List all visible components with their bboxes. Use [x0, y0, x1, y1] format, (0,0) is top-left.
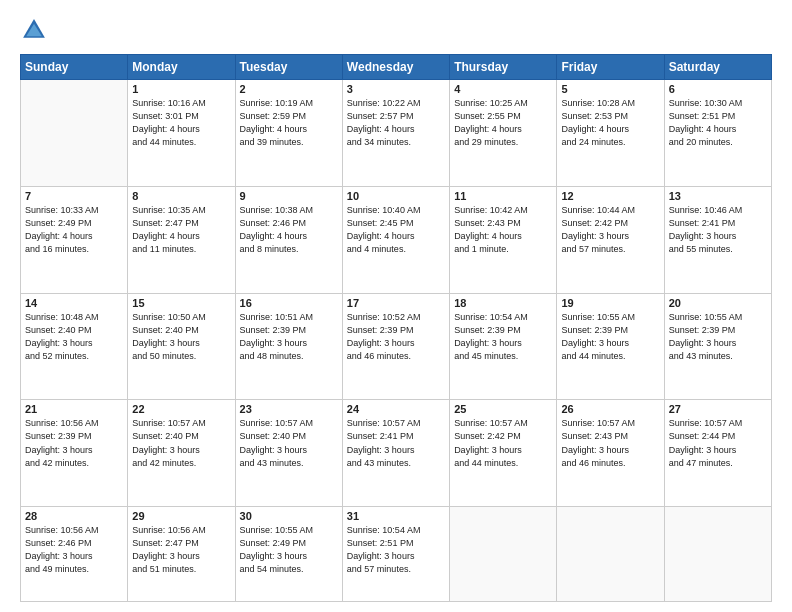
day-number: 10 — [347, 190, 445, 202]
day-number: 21 — [25, 403, 123, 415]
calendar-cell: 24Sunrise: 10:57 AM Sunset: 2:41 PM Dayl… — [342, 400, 449, 507]
day-number: 19 — [561, 297, 659, 309]
day-info: Sunrise: 10:57 AM Sunset: 2:44 PM Daylig… — [669, 417, 767, 469]
day-number: 22 — [132, 403, 230, 415]
calendar-cell: 12Sunrise: 10:44 AM Sunset: 2:42 PM Dayl… — [557, 186, 664, 293]
day-of-week-header: Tuesday — [235, 55, 342, 80]
calendar-cell — [21, 80, 128, 187]
day-number: 9 — [240, 190, 338, 202]
day-info: Sunrise: 10:42 AM Sunset: 2:43 PM Daylig… — [454, 204, 552, 256]
calendar-cell — [557, 507, 664, 602]
day-of-week-header: Thursday — [450, 55, 557, 80]
day-info: Sunrise: 10:55 AM Sunset: 2:49 PM Daylig… — [240, 524, 338, 576]
calendar-cell: 11Sunrise: 10:42 AM Sunset: 2:43 PM Dayl… — [450, 186, 557, 293]
day-number: 12 — [561, 190, 659, 202]
day-number: 7 — [25, 190, 123, 202]
day-info: Sunrise: 10:56 AM Sunset: 2:46 PM Daylig… — [25, 524, 123, 576]
day-info: Sunrise: 10:44 AM Sunset: 2:42 PM Daylig… — [561, 204, 659, 256]
day-number: 24 — [347, 403, 445, 415]
calendar-cell: 19Sunrise: 10:55 AM Sunset: 2:39 PM Dayl… — [557, 293, 664, 400]
calendar-cell: 2Sunrise: 10:19 AM Sunset: 2:59 PM Dayli… — [235, 80, 342, 187]
day-info: Sunrise: 10:25 AM Sunset: 2:55 PM Daylig… — [454, 97, 552, 149]
day-info: Sunrise: 10:55 AM Sunset: 2:39 PM Daylig… — [669, 311, 767, 363]
day-info: Sunrise: 10:28 AM Sunset: 2:53 PM Daylig… — [561, 97, 659, 149]
calendar-cell: 30Sunrise: 10:55 AM Sunset: 2:49 PM Dayl… — [235, 507, 342, 602]
calendar-cell: 10Sunrise: 10:40 AM Sunset: 2:45 PM Dayl… — [342, 186, 449, 293]
calendar-cell: 25Sunrise: 10:57 AM Sunset: 2:42 PM Dayl… — [450, 400, 557, 507]
calendar-cell: 29Sunrise: 10:56 AM Sunset: 2:47 PM Dayl… — [128, 507, 235, 602]
calendar-cell: 8Sunrise: 10:35 AM Sunset: 2:47 PM Dayli… — [128, 186, 235, 293]
day-info: Sunrise: 10:19 AM Sunset: 2:59 PM Daylig… — [240, 97, 338, 149]
calendar-cell: 22Sunrise: 10:57 AM Sunset: 2:40 PM Dayl… — [128, 400, 235, 507]
day-number: 29 — [132, 510, 230, 522]
day-info: Sunrise: 10:16 AM Sunset: 3:01 PM Daylig… — [132, 97, 230, 149]
calendar-week-row: 28Sunrise: 10:56 AM Sunset: 2:46 PM Dayl… — [21, 507, 772, 602]
day-of-week-header: Saturday — [664, 55, 771, 80]
day-number: 4 — [454, 83, 552, 95]
calendar-cell: 13Sunrise: 10:46 AM Sunset: 2:41 PM Dayl… — [664, 186, 771, 293]
calendar-cell: 5Sunrise: 10:28 AM Sunset: 2:53 PM Dayli… — [557, 80, 664, 187]
day-info: Sunrise: 10:57 AM Sunset: 2:40 PM Daylig… — [240, 417, 338, 469]
logo — [20, 16, 52, 44]
calendar-cell: 1Sunrise: 10:16 AM Sunset: 3:01 PM Dayli… — [128, 80, 235, 187]
calendar-cell: 9Sunrise: 10:38 AM Sunset: 2:46 PM Dayli… — [235, 186, 342, 293]
day-number: 13 — [669, 190, 767, 202]
calendar-cell: 4Sunrise: 10:25 AM Sunset: 2:55 PM Dayli… — [450, 80, 557, 187]
day-info: Sunrise: 10:50 AM Sunset: 2:40 PM Daylig… — [132, 311, 230, 363]
day-info: Sunrise: 10:52 AM Sunset: 2:39 PM Daylig… — [347, 311, 445, 363]
calendar-week-row: 14Sunrise: 10:48 AM Sunset: 2:40 PM Dayl… — [21, 293, 772, 400]
day-number: 1 — [132, 83, 230, 95]
day-of-week-header: Wednesday — [342, 55, 449, 80]
calendar-cell: 6Sunrise: 10:30 AM Sunset: 2:51 PM Dayli… — [664, 80, 771, 187]
day-info: Sunrise: 10:56 AM Sunset: 2:47 PM Daylig… — [132, 524, 230, 576]
day-number: 25 — [454, 403, 552, 415]
calendar-header-row: SundayMondayTuesdayWednesdayThursdayFrid… — [21, 55, 772, 80]
day-info: Sunrise: 10:33 AM Sunset: 2:49 PM Daylig… — [25, 204, 123, 256]
day-of-week-header: Monday — [128, 55, 235, 80]
day-number: 31 — [347, 510, 445, 522]
calendar-cell: 7Sunrise: 10:33 AM Sunset: 2:49 PM Dayli… — [21, 186, 128, 293]
day-info: Sunrise: 10:38 AM Sunset: 2:46 PM Daylig… — [240, 204, 338, 256]
day-number: 26 — [561, 403, 659, 415]
calendar-cell: 15Sunrise: 10:50 AM Sunset: 2:40 PM Dayl… — [128, 293, 235, 400]
day-of-week-header: Sunday — [21, 55, 128, 80]
day-info: Sunrise: 10:54 AM Sunset: 2:51 PM Daylig… — [347, 524, 445, 576]
calendar-cell: 21Sunrise: 10:56 AM Sunset: 2:39 PM Dayl… — [21, 400, 128, 507]
day-number: 5 — [561, 83, 659, 95]
page: SundayMondayTuesdayWednesdayThursdayFrid… — [0, 0, 792, 612]
day-of-week-header: Friday — [557, 55, 664, 80]
day-number: 28 — [25, 510, 123, 522]
day-info: Sunrise: 10:46 AM Sunset: 2:41 PM Daylig… — [669, 204, 767, 256]
calendar-cell — [664, 507, 771, 602]
day-number: 3 — [347, 83, 445, 95]
calendar-week-row: 21Sunrise: 10:56 AM Sunset: 2:39 PM Dayl… — [21, 400, 772, 507]
day-info: Sunrise: 10:56 AM Sunset: 2:39 PM Daylig… — [25, 417, 123, 469]
calendar-week-row: 1Sunrise: 10:16 AM Sunset: 3:01 PM Dayli… — [21, 80, 772, 187]
day-info: Sunrise: 10:57 AM Sunset: 2:40 PM Daylig… — [132, 417, 230, 469]
day-info: Sunrise: 10:48 AM Sunset: 2:40 PM Daylig… — [25, 311, 123, 363]
day-info: Sunrise: 10:57 AM Sunset: 2:41 PM Daylig… — [347, 417, 445, 469]
day-number: 16 — [240, 297, 338, 309]
day-info: Sunrise: 10:35 AM Sunset: 2:47 PM Daylig… — [132, 204, 230, 256]
header — [20, 16, 772, 44]
day-info: Sunrise: 10:51 AM Sunset: 2:39 PM Daylig… — [240, 311, 338, 363]
calendar-cell: 3Sunrise: 10:22 AM Sunset: 2:57 PM Dayli… — [342, 80, 449, 187]
calendar-cell — [450, 507, 557, 602]
logo-icon — [20, 16, 48, 44]
day-number: 15 — [132, 297, 230, 309]
calendar: SundayMondayTuesdayWednesdayThursdayFrid… — [20, 54, 772, 602]
calendar-cell: 20Sunrise: 10:55 AM Sunset: 2:39 PM Dayl… — [664, 293, 771, 400]
day-number: 6 — [669, 83, 767, 95]
calendar-cell: 16Sunrise: 10:51 AM Sunset: 2:39 PM Dayl… — [235, 293, 342, 400]
day-info: Sunrise: 10:30 AM Sunset: 2:51 PM Daylig… — [669, 97, 767, 149]
day-number: 27 — [669, 403, 767, 415]
day-number: 23 — [240, 403, 338, 415]
day-number: 17 — [347, 297, 445, 309]
calendar-cell: 28Sunrise: 10:56 AM Sunset: 2:46 PM Dayl… — [21, 507, 128, 602]
day-info: Sunrise: 10:40 AM Sunset: 2:45 PM Daylig… — [347, 204, 445, 256]
day-number: 30 — [240, 510, 338, 522]
day-number: 18 — [454, 297, 552, 309]
day-number: 8 — [132, 190, 230, 202]
calendar-cell: 17Sunrise: 10:52 AM Sunset: 2:39 PM Dayl… — [342, 293, 449, 400]
day-info: Sunrise: 10:22 AM Sunset: 2:57 PM Daylig… — [347, 97, 445, 149]
